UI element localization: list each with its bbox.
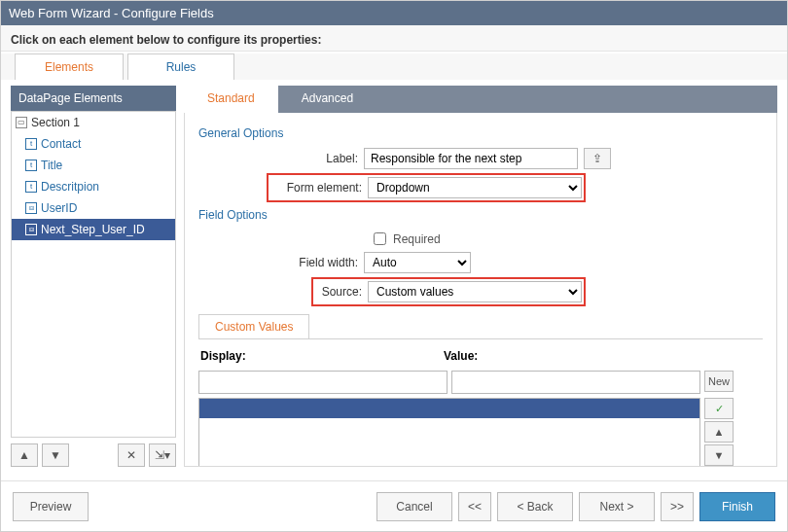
tab-elements[interactable]: Elements bbox=[15, 53, 124, 80]
display-column-header: Display: bbox=[198, 345, 442, 367]
form-element-select[interactable]: Dropdown bbox=[368, 177, 582, 198]
sub-tabs: Standard Advanced bbox=[184, 86, 777, 113]
main-panel: Standard Advanced General Options Label:… bbox=[184, 86, 777, 467]
grid-body[interactable] bbox=[198, 398, 700, 467]
preview-button[interactable]: Preview bbox=[13, 492, 89, 521]
check-icon: ✓ bbox=[715, 403, 724, 415]
text-icon: t bbox=[25, 160, 37, 171]
tab-custom-values[interactable]: Custom Values bbox=[198, 314, 309, 338]
new-row-button[interactable]: New bbox=[704, 371, 734, 392]
tree-item-label: Contact bbox=[41, 137, 81, 151]
grid-side-controls: ✓ ▲ ▼ ✕ bbox=[704, 398, 734, 467]
form-element-highlight: Form element: Dropdown bbox=[267, 173, 586, 202]
footer: Preview Cancel << < Back Next > >> Finis… bbox=[1, 480, 787, 531]
row-form-element: Form element: Dropdown bbox=[198, 173, 763, 202]
tab-standard[interactable]: Standard bbox=[184, 86, 278, 113]
label-picker-button[interactable]: ⇪ bbox=[584, 148, 611, 169]
last-page-button[interactable]: >> bbox=[661, 492, 694, 521]
sidebar-toolbar: ▲ ▼ ✕ ⇲▾ bbox=[11, 438, 176, 467]
label-input[interactable] bbox=[364, 148, 578, 169]
tree-item-userid[interactable]: ⧈ UserID bbox=[12, 197, 175, 219]
finish-button[interactable]: Finish bbox=[699, 492, 775, 521]
row-up-button[interactable]: ▲ bbox=[704, 421, 734, 443]
tree-item-label: UserID bbox=[41, 201, 77, 215]
sidebar-header: DataPage Elements bbox=[11, 86, 176, 111]
text-icon: t bbox=[25, 138, 37, 150]
tree-item-label: Section 1 bbox=[31, 116, 80, 129]
delete-button[interactable]: ✕ bbox=[118, 443, 145, 467]
required-label: Required bbox=[393, 232, 441, 246]
value-input[interactable] bbox=[451, 371, 700, 394]
tab-advanced[interactable]: Advanced bbox=[278, 86, 376, 113]
source-select[interactable]: Custom values bbox=[368, 281, 582, 302]
tree-item-title[interactable]: t Title bbox=[12, 155, 175, 176]
custom-values-tabs: Custom Values bbox=[198, 314, 763, 339]
tree-item-label: Descritpion bbox=[41, 180, 99, 194]
body-area: DataPage Elements ▭ Section 1 t Contact … bbox=[1, 80, 787, 467]
close-icon: ✕ bbox=[126, 448, 136, 462]
arrow-down-icon: ▼ bbox=[50, 448, 61, 462]
wizard-window: Web Form Wizard - Configure Fields Click… bbox=[0, 0, 788, 532]
field-width-select[interactable]: Auto bbox=[364, 252, 471, 273]
sidebar: DataPage Elements ▭ Section 1 t Contact … bbox=[11, 86, 176, 467]
data-icon: ⧈ bbox=[25, 224, 37, 235]
row-required: Required bbox=[370, 230, 763, 248]
top-tabs: Elements Rules bbox=[1, 53, 787, 80]
section-icon: ▭ bbox=[16, 117, 27, 128]
cancel-button[interactable]: Cancel bbox=[376, 492, 452, 521]
tree-item-next-step-user-id[interactable]: ⧈ Next_Step_User_ID bbox=[12, 219, 175, 240]
row-down-button[interactable]: ▼ bbox=[704, 444, 734, 466]
tree-item-contact[interactable]: t Contact bbox=[12, 133, 175, 155]
label-label: Label: bbox=[198, 152, 364, 165]
source-label: Source: bbox=[315, 285, 368, 299]
row-label: Label: ⇪ bbox=[198, 148, 763, 169]
instruction-text: Click on each element below to configure… bbox=[1, 25, 787, 52]
move-down-button[interactable]: ▼ bbox=[42, 443, 69, 467]
grid-body-row: ✓ ▲ ▼ ✕ bbox=[198, 398, 763, 467]
tree-item-label: Next_Step_User_ID bbox=[41, 223, 145, 236]
field-width-label: Field width: bbox=[198, 256, 364, 269]
insert-button[interactable]: ⇲▾ bbox=[149, 443, 176, 467]
next-button[interactable]: Next > bbox=[579, 492, 655, 521]
arrow-up-icon: ▲ bbox=[714, 426, 725, 438]
arrow-down-icon: ▼ bbox=[714, 449, 725, 461]
grid-input-row: New bbox=[198, 371, 763, 394]
grid-header: Display: Value: bbox=[198, 345, 763, 367]
text-icon: t bbox=[25, 181, 37, 193]
window-title: Web Form Wizard - Configure Fields bbox=[1, 1, 787, 25]
insert-icon: ⇲▾ bbox=[155, 448, 170, 462]
general-options-heading: General Options bbox=[198, 126, 763, 140]
row-source: Source: Custom values bbox=[198, 277, 763, 306]
back-button[interactable]: < Back bbox=[497, 492, 573, 521]
arrow-up-icon: ▲ bbox=[18, 448, 30, 462]
required-checkbox[interactable] bbox=[374, 232, 386, 245]
display-input[interactable] bbox=[198, 371, 448, 394]
picker-icon: ⇪ bbox=[592, 152, 602, 165]
row-field-width: Field width: Auto bbox=[198, 252, 763, 273]
grid-selected-row[interactable] bbox=[199, 399, 699, 418]
confirm-row-button[interactable]: ✓ bbox=[704, 398, 734, 419]
tree-item-label: Title bbox=[41, 159, 62, 172]
form-element-label: Form element: bbox=[270, 181, 368, 195]
tree: ▭ Section 1 t Contact t Title t Descritp… bbox=[11, 111, 176, 438]
value-column-header: Value: bbox=[442, 345, 685, 367]
first-page-button[interactable]: << bbox=[458, 492, 491, 521]
tree-item-description[interactable]: t Descritpion bbox=[12, 176, 175, 197]
tab-rules[interactable]: Rules bbox=[127, 53, 234, 80]
form-area: General Options Label: ⇪ Form element: D… bbox=[184, 113, 777, 467]
data-icon: ⧈ bbox=[25, 202, 37, 214]
tree-item-section1[interactable]: ▭ Section 1 bbox=[12, 112, 175, 133]
move-up-button[interactable]: ▲ bbox=[11, 443, 38, 467]
source-highlight: Source: Custom values bbox=[311, 277, 586, 306]
field-options-heading: Field Options bbox=[198, 208, 763, 222]
